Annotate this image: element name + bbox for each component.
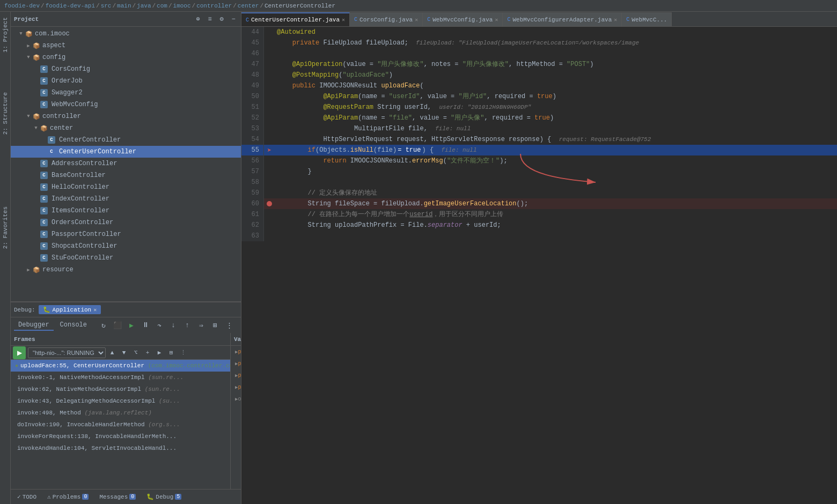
frame-item-1[interactable]: invoke0:-1, NativeMethodAccessorImpl (su… [11,372,230,383]
tab-debug[interactable]: 🐛 Debug 5 [143,492,185,502]
frame-item-3[interactable]: invoke:43, DelegatingMethodAccessorImpl … [11,395,230,407]
line-gutter [264,209,275,220]
tab-webmvcconfigureradapter[interactable]: C WebMvcConfigurerAdapter.java ✕ [503,12,622,26]
step-over-button[interactable]: ↷ [153,320,165,331]
frame-item-2[interactable]: invoke:62, NativeMethodAccessorImpl (sun… [11,383,230,395]
code-line-44: 44 @Autowired [241,27,837,38]
tree-item-orderjob[interactable]: C OrderJob [11,75,241,87]
line-content: @RequestParam String userId, userId: "20… [275,102,837,113]
package-icon: 📦 [32,112,41,121]
side-tab-favorites[interactable]: 2: Favorites [1,203,10,252]
debug-tab-icon: 🐛 [146,493,154,500]
run-to-cursor-button[interactable]: ⇒ [195,320,207,331]
tab-close-button[interactable]: ✕ [614,17,617,23]
tree-item-centerusercontroller[interactable]: C CenterUserController [11,146,241,158]
tree-item-corsconfig[interactable]: C CorsConfig [11,63,241,75]
tree-item-passportcontroller[interactable]: C PassportController [11,228,241,240]
debug-label: Debug: [14,307,35,313]
var-item-request[interactable]: ▶ p request = {RequestFacade@7572} [231,369,241,381]
tab-close-button[interactable]: ✕ [415,17,418,23]
frame-item-7[interactable]: invokeAndHandle:104, ServletInvocableHan… [11,442,230,454]
stop-button[interactable]: ⬛ [112,320,123,331]
add-button[interactable]: + [142,347,153,358]
rerun-button[interactable]: ↻ [98,320,109,331]
close-session-button[interactable]: ✕ [93,307,97,313]
line-number: 60 [241,198,264,209]
thread-selector[interactable]: "http-nio-...": RUNNING [28,347,106,358]
code-editor[interactable]: 44 @Autowired 45 private FileUpload file… [241,27,837,504]
resume-button[interactable]: ▶ [126,320,137,331]
var-item-response[interactable]: ▶ p response = {ResponseFacade@7573} [231,381,241,393]
tab-webmvcconfig[interactable]: C WebMvcConfig.java ✕ [423,12,503,26]
tree-item-indexcontroller[interactable]: C IndexController [11,193,241,205]
side-tab-structure[interactable]: 2: Structure [1,89,10,138]
tab-console[interactable]: Console [56,320,91,331]
tab-close-button[interactable]: ✕ [342,17,345,23]
tree-item-webmvcconfig[interactable]: C WebMvcConfig [11,99,241,110]
class-icon: C [40,206,48,215]
more-frames-button[interactable]: ⊞ [166,347,177,358]
tree-item-resource[interactable]: ▶ 📦 resource [11,264,241,276]
tree-item-orderscontroller[interactable]: C OrdersController [11,217,241,228]
frame-item-0[interactable]: ● uploadFace:55, CenterUserController (c… [11,360,230,372]
tree-item-config[interactable]: ▼ 📦 config [11,51,241,63]
tree-item-swagger2[interactable]: C Swagger2 [11,87,241,99]
frame-item-4[interactable]: invoke:498, Method (java.lang.reflect) [11,407,230,419]
collapse-icon[interactable]: ≡ [205,15,214,24]
locate-icon[interactable]: ⊕ [194,15,202,24]
line-number: 48 [241,70,264,80]
line-gutter [264,59,275,70]
line-gutter [264,80,275,91]
tab-close-button[interactable]: ✕ [495,17,498,23]
tree-item-controller[interactable]: ▼ 📦 controller [11,110,241,122]
tab-webmvcc[interactable]: C WebMvcC... [622,12,672,26]
tree-item-shopcatcontroller[interactable]: C ShopcatController [11,240,241,252]
thread-select-dropdown[interactable]: "http-nio-...": RUNNING [28,347,106,358]
code-line-51: 51 @RequestParam String userId, userId: … [241,102,837,113]
expand-button[interactable]: ▶ [154,347,165,358]
tree-item-hellocontroller[interactable]: C HelloController [11,181,241,193]
tree-item-centercontroller[interactable]: C CenterController [11,134,241,146]
more-button[interactable]: ⋮ [223,320,235,331]
step-into-button[interactable]: ↓ [167,320,179,331]
problems-icon: ⚠ [47,493,51,500]
filter-button[interactable]: ⌥ [130,347,141,358]
var-item-fileupload[interactable]: ▶ oo fileUpload = {FileUpload@7568} "Fil… [231,393,241,405]
frames-settings-button[interactable]: ⋮ [178,347,188,358]
tab-bar: C CenterUserController.java ✕ C CorsConf… [241,12,837,27]
step-out-button[interactable]: ↑ [181,320,193,331]
var-item-this[interactable]: ▶ p this = {CenterUserController@7567} [231,346,241,358]
var-item-userId[interactable]: ▶ p userId = "201012H9BN9H60DP" [231,358,241,369]
pause-button[interactable]: ⏸ [140,320,151,331]
class-icon: C [40,195,48,203]
debug-session-tab[interactable]: 🐛 Application ✕ [39,305,101,314]
settings-icon[interactable]: ⚙ [217,15,226,24]
frame-item-6[interactable]: invokeForRequest:138, InvocableHandlerMe… [11,431,230,442]
tab-problems[interactable]: ⚠ Problems 0 [44,492,92,502]
frame-item-5[interactable]: doInvoke:190, InvocableHandlerMethod (or… [11,419,230,431]
tree-item-addresscontroller[interactable]: C AddressController [11,158,241,169]
tree-item-itemscontroller[interactable]: C ItemsController [11,205,241,217]
class-icon: C [47,136,56,144]
class-tab-icon: C [427,17,430,23]
resume-green-button[interactable]: ▶ [13,346,26,359]
side-tab-project[interactable]: 1: Project [1,14,10,56]
tab-corsconfig[interactable]: C CorsConfig.java ✕ [350,12,423,26]
class-tab-icon: C [507,17,510,23]
tree-item-center[interactable]: ▼ 📦 center [11,122,241,134]
tree-item-basecontroller[interactable]: C BaseController [11,169,241,181]
tab-centerusercontroller[interactable]: C CenterUserController.java ✕ [241,12,350,26]
tab-debugger[interactable]: Debugger [14,320,54,331]
frame-down-button[interactable]: ▼ [119,347,129,358]
tab-messages[interactable]: Messages 0 [96,492,139,502]
tree-item-com-imooc[interactable]: ▼ 📦 com.imooc [11,28,241,40]
package-icon: 📦 [32,53,41,62]
tree-item-aspect[interactable]: ▶ 📦 aspect [11,40,241,51]
evaluate-button[interactable]: ⊞ [209,320,221,331]
tree-item-stufoocontroller[interactable]: C StuFooController [11,252,241,264]
file-tree: ▼ 📦 com.imooc ▶ 📦 aspect ▼ 📦 config C [11,27,241,301]
line-number: 61 [241,209,264,220]
tab-todo[interactable]: ✓ TODO [14,492,40,502]
minimize-icon[interactable]: − [229,15,238,24]
frame-up-button[interactable]: ▲ [107,347,118,358]
